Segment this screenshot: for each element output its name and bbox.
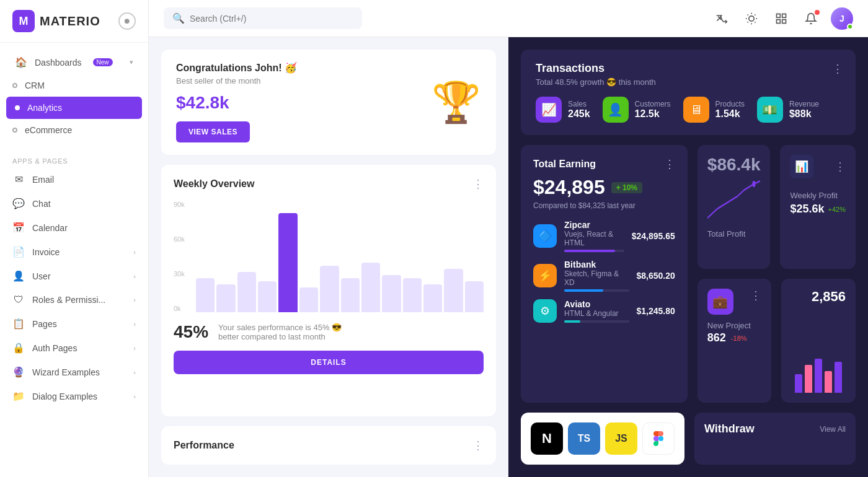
performance-card: Performance ⋮ bbox=[161, 426, 496, 465]
mini-bar bbox=[805, 365, 812, 393]
sidebar-item-email[interactable]: ✉ Email bbox=[0, 167, 148, 191]
aviato-icon: ⚙ bbox=[533, 299, 557, 323]
earning-menu-button[interactable]: ⋮ bbox=[664, 157, 675, 171]
performance-menu-button[interactable]: ⋮ bbox=[472, 439, 484, 452]
record-icon[interactable]: ⏺ bbox=[118, 12, 136, 30]
project-menu[interactable]: ⋮ bbox=[750, 289, 761, 302]
middle-row: Total Earning ⋮ $24,895 + 10% Compared t… bbox=[521, 145, 856, 403]
translate-icon[interactable] bbox=[712, 9, 732, 28]
metric-value: 12.5k bbox=[635, 108, 671, 120]
sidebar-item-analytics[interactable]: Analytics bbox=[6, 97, 142, 119]
withdraw-card: Withdraw View All bbox=[694, 413, 856, 465]
logo-text: MATERIO bbox=[40, 14, 100, 28]
metric-label: Customers bbox=[635, 100, 671, 108]
svg-line-3 bbox=[748, 14, 748, 15]
sidebar-item-crm[interactable]: CRM bbox=[0, 74, 148, 97]
sidebar-item-pages[interactable]: 📋 Pages › bbox=[0, 312, 148, 336]
view-all-withdraw[interactable]: View All bbox=[820, 425, 846, 434]
sidebar-item-label: CRM bbox=[25, 81, 45, 90]
sidebar-item-label: Analytics bbox=[27, 103, 62, 113]
lock-icon: 🔒 bbox=[12, 342, 25, 354]
earning-badge: + 10% bbox=[611, 182, 642, 193]
transactions-subtitle: Total 48.5% growth 😎 this month bbox=[536, 77, 841, 87]
avatar[interactable]: J bbox=[831, 7, 853, 30]
sidebar-item-auth[interactable]: 🔒 Auth Pages › bbox=[0, 336, 148, 360]
bar bbox=[465, 281, 484, 312]
bar bbox=[237, 272, 256, 312]
sidebar-item-roles[interactable]: 🛡 Roles & Permissi... › bbox=[0, 288, 148, 312]
project-info: New Project 862 -18% bbox=[707, 321, 762, 344]
metric-info: Customers 12.5k bbox=[635, 100, 671, 120]
svg-line-7 bbox=[748, 22, 748, 22]
sidebar-item-wizard[interactable]: 🔮 Wizard Examples › bbox=[0, 360, 148, 384]
bitbank-progress-bg bbox=[564, 289, 629, 292]
bitbank-icon: ⚡ bbox=[533, 264, 557, 287]
project-sub-badge: -18% bbox=[731, 335, 747, 342]
sidebar-item-calendar[interactable]: 📅 Calendar bbox=[0, 216, 148, 240]
new-badge: New bbox=[93, 58, 113, 66]
svg-point-13 bbox=[752, 181, 755, 187]
bitbank-progress bbox=[564, 289, 603, 292]
sidebar-item-ecommerce[interactable]: eCommerce bbox=[0, 119, 148, 141]
sidebar-item-dialog[interactable]: 📁 Dialog Examples › bbox=[0, 384, 148, 408]
weekly-title: Weekly Overview bbox=[174, 178, 254, 190]
metric-sales: 📈 Sales 245k bbox=[536, 97, 590, 123]
chart-bars bbox=[196, 213, 484, 312]
performance-title: Performance bbox=[174, 440, 234, 451]
project-sub-value: 862 bbox=[707, 331, 726, 344]
chevron-icon: › bbox=[133, 320, 136, 328]
bitbank-info: Bitbank Sketch, Figma & XD bbox=[564, 260, 629, 292]
weekly-profit-badge: +42% bbox=[828, 206, 846, 213]
earning-item-aviato: ⚙ Aviato HTML & Angular $1,245.80 bbox=[533, 299, 675, 323]
content-left: Congratulations John! 🥳 Best seller of t… bbox=[149, 37, 508, 477]
bitbank-name: Bitbank bbox=[564, 260, 629, 269]
weekly-profit-menu[interactable]: ⋮ bbox=[835, 160, 846, 173]
shield-icon: 🛡 bbox=[12, 294, 25, 305]
sidebar: M MATERIO ⏺ 🏠 Dashboards New ▾ CRM Analy… bbox=[0, 0, 149, 477]
metric-customers: 👤 Customers 12.5k bbox=[603, 97, 671, 123]
sidebar-item-user[interactable]: 👤 User › bbox=[0, 264, 148, 288]
search-box[interactable]: 🔍 bbox=[164, 7, 362, 29]
metric-products: 🖥 Products 1.54k bbox=[683, 97, 745, 123]
sidebar-item-dashboards[interactable]: 🏠 Dashboards New ▾ bbox=[6, 50, 142, 74]
bar-active bbox=[278, 213, 297, 312]
weekly-menu-button[interactable]: ⋮ bbox=[472, 177, 484, 191]
transactions-menu-button[interactable]: ⋮ bbox=[832, 62, 843, 76]
sidebar-item-label: Auth Pages bbox=[32, 343, 77, 353]
chevron-icon: › bbox=[133, 296, 136, 304]
view-sales-button[interactable]: VIEW SALES bbox=[176, 121, 250, 142]
chevron-icon: › bbox=[133, 248, 136, 256]
sidebar-item-chat[interactable]: 💬 Chat bbox=[0, 191, 148, 216]
pages-icon: 📋 bbox=[12, 318, 25, 330]
search-input[interactable] bbox=[190, 14, 353, 24]
earning-title: Total Earning bbox=[533, 159, 596, 170]
mini-bar bbox=[825, 371, 832, 393]
sidebar-item-label: Wizard Examples bbox=[32, 367, 100, 377]
bar bbox=[423, 284, 442, 312]
earning-item-bitbank: ⚡ Bitbank Sketch, Figma & XD $8,650.20 bbox=[533, 260, 675, 292]
trophy-icon: 🏆 bbox=[432, 79, 481, 126]
weekly-card: Weekly Overview ⋮ 90k 60k 30k 0k bbox=[161, 165, 496, 416]
sidebar-item-label: Calendar bbox=[32, 223, 68, 233]
notifications-icon[interactable] bbox=[801, 9, 821, 28]
details-button[interactable]: DETAILS bbox=[174, 351, 484, 374]
brightness-icon[interactable] bbox=[742, 9, 761, 28]
logo-icon: M bbox=[12, 10, 35, 32]
aviato-progress bbox=[564, 320, 580, 323]
grid-icon[interactable] bbox=[771, 9, 791, 28]
sidebar-item-label: Email bbox=[32, 175, 54, 185]
sidebar-item-invoice[interactable]: 📄 Invoice › bbox=[0, 240, 148, 264]
bar bbox=[320, 266, 339, 312]
mini-bar-chart bbox=[791, 356, 846, 393]
y-label: 0k bbox=[174, 305, 185, 312]
zipcar-progress-bg bbox=[564, 250, 624, 252]
metric-value: 245k bbox=[568, 108, 590, 120]
weekly-profit-value: $25.6k bbox=[790, 203, 824, 216]
bitbank-sub: Sketch, Figma & XD bbox=[564, 269, 629, 287]
svg-rect-11 bbox=[777, 19, 781, 23]
transactions-metrics: 📈 Sales 245k 👤 Customers 12.5k bbox=[536, 97, 841, 123]
earning-value: $24,895 bbox=[533, 176, 605, 199]
javascript-logo: JS bbox=[605, 422, 637, 455]
chevron-icon: › bbox=[133, 393, 136, 400]
total-earning-card: Total Earning ⋮ $24,895 + 10% Compared t… bbox=[521, 145, 688, 403]
